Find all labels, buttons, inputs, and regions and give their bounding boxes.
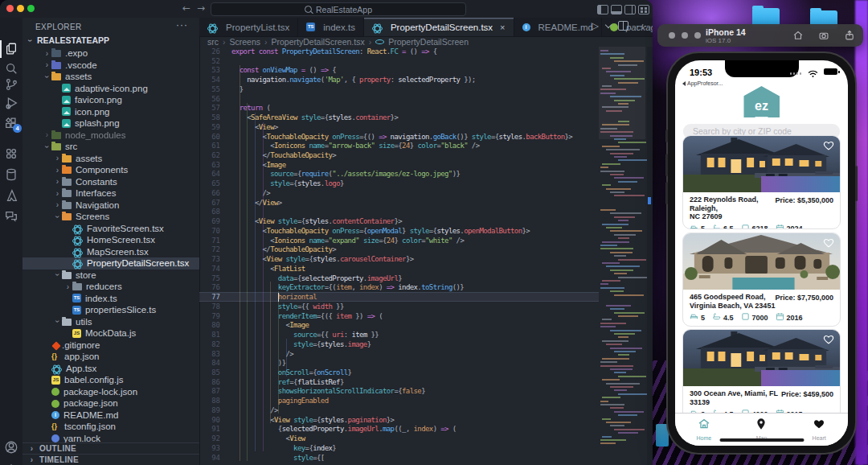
simulator-window-control[interactable] (694, 32, 701, 39)
chat-extension-icon[interactable] (4, 209, 18, 224)
code-line-58[interactable]: 58 <SafeAreaView style={styles.container… (199, 113, 599, 122)
account-icon[interactable] (4, 440, 18, 455)
tree-item-mockdata-js[interactable]: ›MockData.js (23, 327, 199, 339)
code-line-71[interactable]: 71 <Ionicons name="expand" size={24} col… (199, 236, 599, 245)
tree-item-store[interactable]: ›store (23, 270, 199, 282)
tree-item-favoritescreen-tsx[interactable]: ›FavoriteScreen.tsx (23, 223, 199, 235)
code-line-61[interactable]: 61 <Ionicons name="arrow-back" size={24}… (199, 141, 599, 150)
code-line-91[interactable]: 91 {selectedProperty.imageUrl.map((_, in… (199, 425, 599, 434)
tree-item-node-modules[interactable]: ›node_modules (23, 130, 199, 142)
code-line-76[interactable]: 76 keyExtractor={(item, index) => index.… (199, 283, 599, 293)
home-indicator[interactable] (719, 438, 804, 442)
code-line-79[interactable]: 79 renderItem={({ item }) => ( (199, 311, 599, 321)
tree-item-interfaces[interactable]: ›Interfaces (23, 187, 199, 200)
phone-tab-home[interactable]: Home (684, 418, 724, 441)
run-debug-icon[interactable] (4, 96, 18, 110)
tab-index-ts[interactable]: index.ts (298, 18, 364, 36)
workspace-root-row[interactable]: › REALESTATEAPP (23, 34, 199, 47)
search-icon[interactable] (4, 61, 18, 76)
simulator-window-control[interactable] (669, 32, 675, 39)
code-line-70[interactable]: 70 <TouchableOpacity onPress={openModal}… (199, 226, 599, 236)
azure-extension-icon[interactable] (4, 188, 18, 203)
simulator-home-icon[interactable] (792, 30, 804, 41)
code-line-65[interactable]: 65 style={styles.logo} (199, 179, 599, 188)
phone-tab-map[interactable]: Map (741, 418, 781, 441)
customize-layout-icon[interactable] (638, 5, 649, 14)
tree-item-reducers[interactable]: ›reducers (23, 281, 199, 293)
history-forward-button[interactable]: → (197, 2, 205, 14)
code-line-89[interactable]: 89 /> (199, 405, 599, 415)
favorite-heart-icon[interactable] (822, 334, 835, 346)
tree-item-babel-config-js[interactable]: ›babel.config.js (23, 374, 199, 386)
code-line-62[interactable]: 62 </TouchableOpacity> (199, 150, 599, 160)
breadcrumb[interactable]: src›Screens›PropertyDetailScreen.tsx›Pro… (207, 36, 469, 47)
tree-item-utils[interactable]: ›utils (23, 316, 199, 328)
listing-card[interactable]: 222 Reynolds Road, Raleigh,NC 27609Price… (682, 135, 841, 229)
tree-item-src[interactable]: ›src (23, 141, 199, 153)
code-line-55[interactable]: 55 } (199, 84, 599, 94)
code-line-92[interactable]: 92 <View (199, 434, 599, 443)
code-line-86[interactable]: 86 ref={flatListRef} (199, 377, 599, 387)
simulator-titlebar[interactable]: iPhone 14 iOS 17.0 (657, 24, 863, 47)
code-line-59[interactable]: 59 <View> (199, 122, 599, 132)
back-to-app-indicator[interactable]: AppProfesor... (682, 80, 723, 86)
code-line-73[interactable]: 73 <View style={styles.carouselContainer… (199, 254, 599, 264)
tree-item-icon-png[interactable]: ›icon.png (23, 106, 199, 118)
tree-item-assets[interactable]: ›assets (23, 71, 199, 83)
tree-item-mapscreen-tsx[interactable]: ›MapScreen.tsx (23, 246, 199, 258)
outline-panel-header[interactable]: › OUTLINE (23, 442, 199, 454)
maximize-window-button[interactable] (27, 5, 35, 12)
tree-item-expo[interactable]: ›.expo (23, 47, 199, 60)
tree-item-components[interactable]: ›Components (23, 164, 199, 176)
listing-card[interactable]: 465 Goodspeed Road,Virginia Beach, VA 23… (682, 232, 841, 327)
breadcrumb-item[interactable]: src (207, 37, 219, 47)
breadcrumb-item[interactable]: PropertyDetailScreen.tsx (272, 37, 365, 47)
history-back-button[interactable]: ← (182, 2, 190, 14)
tree-item-constants[interactable]: ›Constants (23, 176, 199, 188)
tab-propertydetailscreen-tsx[interactable]: PropertyDetailScreen.tsx× (364, 18, 514, 36)
tree-item-tsconfig-json[interactable]: ›tsconfig.json (23, 421, 199, 433)
close-tab-icon[interactable]: × (500, 23, 505, 32)
run-options-chevron-icon[interactable] (605, 21, 612, 27)
simulator-window-control[interactable] (682, 32, 688, 39)
run-file-icon[interactable]: ▷ (592, 20, 599, 31)
breadcrumb-item[interactable]: PropertyDetailScreen (388, 37, 469, 47)
tree-item-index-ts[interactable]: ›index.ts (23, 293, 199, 305)
code-line-52[interactable]: 52 (199, 56, 599, 66)
code-line-81[interactable]: 81 source={{ uri: item }} (199, 330, 599, 339)
simulator-screenshot-icon[interactable] (818, 30, 829, 41)
command-center-search[interactable]: RealEstateApp (211, 2, 466, 16)
code-line-93[interactable]: 93 key={index} (199, 443, 599, 453)
code-line-72[interactable]: 72 </TouchableOpacity> (199, 245, 599, 255)
tree-item-readme-md[interactable]: ›README.md (23, 409, 199, 422)
code-line-74[interactable]: 74 <FlatList (199, 264, 599, 274)
code-line-60[interactable]: 60 <TouchableOpacity onPress={() => navi… (199, 132, 599, 142)
breadcrumb-item[interactable]: Screens (230, 37, 261, 47)
tree-item-homescreen-tsx[interactable]: ›HomeScreen.tsx (23, 234, 199, 246)
code-line-83[interactable]: 83 /> (199, 349, 599, 359)
tree-item-assets[interactable]: ›assets (23, 153, 199, 165)
explorer-icon[interactable] (4, 42, 18, 56)
simulator-share-icon[interactable] (844, 30, 855, 41)
tree-item-app-tsx[interactable]: ›App.tsx (23, 363, 199, 375)
tree-item-app-json[interactable]: ›app.json (23, 351, 199, 363)
toggle-sidebar-icon[interactable] (597, 5, 608, 14)
code-line-53[interactable]: 53 const onViewMap = () => { (199, 65, 599, 75)
code-line-69[interactable]: 69 <View style={styles.contentContainer}… (199, 216, 599, 226)
tree-item-package-lock-json[interactable]: ›package-lock.json (23, 386, 199, 398)
code-line-26[interactable]: 26export const PropertyDetailScreen: Rea… (199, 47, 599, 56)
code-line-66[interactable]: 66 /> (199, 188, 599, 198)
toggle-secondary-sidebar-icon[interactable] (624, 5, 636, 14)
phone-tab-heart[interactable]: Heart (799, 418, 839, 441)
extension-grid-icon[interactable] (4, 146, 18, 161)
toggle-panel-icon[interactable] (611, 5, 622, 14)
favorite-heart-icon[interactable] (822, 237, 835, 249)
tree-item-favicon-png[interactable]: ›favicon.png (23, 94, 199, 106)
minimize-window-button[interactable] (17, 5, 24, 12)
code-line-85[interactable]: 85 onScroll={onScroll} (199, 368, 599, 377)
code-line-63[interactable]: 63 <Image (199, 160, 599, 170)
database-extension-icon[interactable] (4, 167, 18, 182)
code-line-75[interactable]: 75 data={selectedProperty.imageUrl} (199, 274, 599, 283)
split-editor-icon[interactable] (618, 21, 628, 31)
tree-item-splash-png[interactable]: ›splash.png (23, 117, 199, 130)
